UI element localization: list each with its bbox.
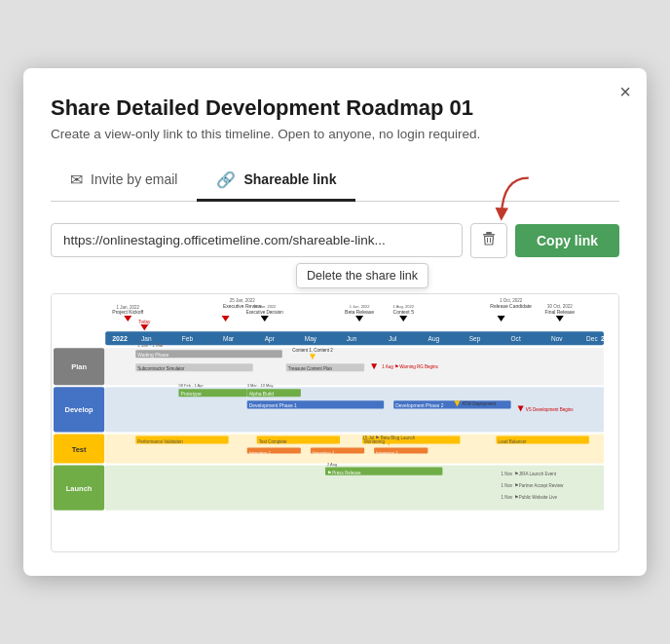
svg-text:Treasure Content Plan: Treasure Content Plan [288,366,333,371]
tab-shareable-label: Shareable link [243,171,336,187]
link-row: Delete the share link Copy link [51,223,619,258]
svg-text:Integration 2: Integration 2 [313,449,335,454]
svg-text:Aug: Aug [428,335,440,343]
svg-text:Development Phase 2: Development Phase 2 [395,402,443,408]
svg-text:Performance Validation: Performance Validation [137,438,183,443]
svg-text:08 Feb - 1 Apr: 08 Feb - 1 Apr [178,383,204,388]
svg-text:Load Balancer: Load Balancer [499,438,528,443]
svg-text:Feb: Feb [182,335,194,342]
svg-text:Jul: Jul [389,335,397,342]
svg-text:Test Complete: Test Complete [259,438,287,443]
svg-text:1 Jan - 1 Mar: 1 Jan - 1 Mar [137,343,164,348]
close-button[interactable]: × [619,82,631,101]
svg-text:Prototype: Prototype [180,391,202,397]
tab-invite-email[interactable]: ✉ Invite by email [51,161,197,202]
svg-text:15 Jul ⚑ Beta Blog Launch: 15 Jul ⚑ Beta Blog Launch [362,435,416,439]
svg-text:Sep: Sep [469,335,481,343]
svg-text:Launch: Launch [66,483,93,492]
delete-link-button[interactable]: Delete the share link [470,223,507,258]
svg-text:Development Phase 1: Development Phase 1 [249,402,297,408]
svg-text:Release Candidate: Release Candidate [490,303,532,309]
svg-text:1 Nov ⚑ Partner Accept Review: 1 Nov ⚑ Partner Accept Review [502,482,565,487]
svg-text:1 Jan, 2022: 1 Jan, 2022 [117,305,140,310]
svg-text:Content 1, Content 2: Content 1, Content 2 [292,348,333,353]
svg-text:25 Jan, 2022: 25 Jan, 2022 [230,298,256,303]
timeline-preview: Project Kickoff 1 Jan, 2022 Executive Re… [51,293,619,553]
svg-text:Context 5: Context 5 [393,309,415,315]
svg-text:Beta Release: Beta Release [345,309,374,315]
svg-text:Waiting Phase: Waiting Phase [137,352,168,358]
svg-text:1 Nov ⚑ Public Website Live: 1 Nov ⚑ Public Website Live [502,494,558,499]
svg-text:Integration 3: Integration 3 [376,449,398,454]
trash-icon [481,231,497,250]
svg-text:Plan: Plan [71,362,87,371]
svg-text:1 Aug, 2022: 1 Aug, 2022 [393,304,415,309]
svg-text:1 Nov ⚑ JIRA Launch Event: 1 Nov ⚑ JIRA Launch Event [502,471,557,475]
svg-text:Today: Today [138,320,151,324]
svg-rect-1 [486,232,492,234]
shareable-link-input[interactable] [51,223,463,257]
svg-text:Apr: Apr [265,335,276,343]
svg-text:Subcontractor Simulator: Subcontractor Simulator [137,366,185,371]
svg-text:Develop: Develop [64,405,93,414]
svg-text:Test: Test [72,444,87,453]
svg-text:Dec: Dec [586,335,598,342]
svg-text:1 Aug ⚑ Warning RG Begins: 1 Aug ⚑ Warning RG Begins [382,364,438,369]
svg-text:ATW Deployment: ATW Deployment [462,401,497,406]
link-icon: 🔗 [216,170,236,189]
svg-text:⚑ Press Release: ⚑ Press Release [327,470,361,474]
svg-text:VS Development Begins: VS Development Begins [526,407,575,412]
svg-text:Jun: Jun [347,335,357,342]
svg-text:Nov: Nov [551,335,563,342]
email-icon: ✉ [70,170,83,189]
modal-title: Share Detailed Development Roadmap 01 [51,95,619,121]
svg-text:Jan: Jan [141,335,152,342]
svg-text:30 Oct, 2022: 30 Oct, 2022 [547,304,573,309]
svg-text:1 Jun, 2022: 1 Jun, 2022 [350,304,371,309]
copy-link-button[interactable]: Copy link [515,224,619,257]
svg-rect-2 [483,234,495,236]
svg-text:Final Release: Final Release [544,309,575,315]
svg-text:2 Aug: 2 Aug [327,461,337,466]
svg-text:Mar: Mar [223,335,235,342]
modal-subtitle: Create a view-only link to this timeline… [51,127,619,141]
svg-text:3 Mar - 10 May: 3 Mar - 10 May [247,383,274,388]
svg-text:2022: 2022 [601,335,616,342]
tab-shareable-link[interactable]: 🔗 Shareable link [197,161,355,202]
svg-text:Integration 1: Integration 1 [249,449,272,454]
svg-text:Oct: Oct [511,335,521,342]
timeline-svg: Project Kickoff 1 Jan, 2022 Executive Re… [52,294,618,549]
svg-text:1 Oct, 2022: 1 Oct, 2022 [500,298,523,303]
share-modal: × Share Detailed Development Roadmap 01 … [23,68,647,577]
delete-tooltip: Delete the share link [296,263,428,288]
svg-text:Executive Decision: Executive Decision [246,310,284,315]
tab-email-label: Invite by email [91,171,177,187]
svg-text:May: May [305,335,317,343]
svg-text:2022: 2022 [112,335,128,342]
svg-text:Alpha Build: Alpha Build [249,391,275,397]
tabs-container: ✉ Invite by email 🔗 Shareable link [51,161,619,202]
svg-text:31 Jan, 2022: 31 Jan, 2022 [253,304,277,309]
